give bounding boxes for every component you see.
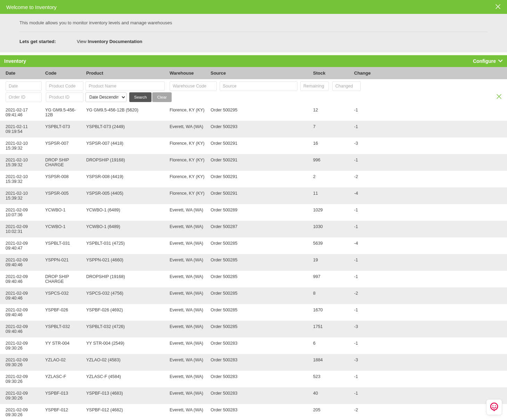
table-row[interactable]: 2021-02-17 09:41:46YG GM9.5-456-12BYG GM… [0, 104, 507, 121]
cell-date: 2021-02-09 09:40:46 [0, 254, 42, 271]
cell-date: 2021-02-09 09:40:47 [0, 237, 42, 254]
cell-warehouse: Everett, WA (WA) [167, 204, 208, 221]
cell-stock: 40 [310, 387, 351, 404]
cell-stock: 11 [310, 187, 351, 204]
cell-change: -1 [351, 254, 507, 271]
col-header-code[interactable]: Code [42, 67, 83, 79]
cell-warehouse: Everett, WA (WA) [167, 121, 208, 137]
table-row[interactable]: 2021-02-09 09:40:46YSPPN-021YSPPN-021 (4… [0, 254, 507, 271]
chat-widget-button[interactable] [486, 399, 502, 415]
cell-date: 2021-02-10 15:39:32 [0, 137, 42, 154]
cell-date: 2021-02-09 09:30:26 [0, 404, 42, 420]
col-header-source[interactable]: Source [208, 67, 310, 79]
table-row[interactable]: 2021-02-09 09:40:46YSPCS-032YSPCS-032 (4… [0, 287, 507, 304]
inventory-documentation-link[interactable]: Inventory Documentation [88, 39, 142, 44]
cell-date: 2021-02-17 09:41:46 [0, 104, 42, 121]
cell-date: 2021-02-09 09:40:46 [0, 271, 42, 287]
cell-warehouse: Everett, WA (WA) [167, 287, 208, 304]
cell-stock: 1030 [310, 221, 351, 237]
filter-product[interactable] [85, 81, 165, 91]
table-row[interactable]: 2021-02-09 09:30:26YZLASC-FYZLASC-F (458… [0, 371, 507, 387]
table-header-row: Date Code Product Warehouse Source Stock… [0, 67, 507, 79]
col-header-stock[interactable]: Stock [310, 67, 351, 79]
table-row[interactable]: 2021-02-09 09:30:26YY STR-004YY STR-004 … [0, 337, 507, 354]
cell-code: YZLASC-F [42, 371, 83, 387]
table-row[interactable]: 2021-02-09 10:07:36YCWBO-1YCWBO-1 (6489)… [0, 204, 507, 221]
cell-code: DROP SHIP CHARGE [42, 271, 83, 287]
table-row[interactable]: 2021-02-09 09:40:46DROP SHIP CHARGEDROPS… [0, 271, 507, 287]
cell-change: -1 [351, 104, 507, 121]
col-header-warehouse[interactable]: Warehouse [167, 67, 208, 79]
cell-date: 2021-02-09 10:07:36 [0, 204, 42, 221]
cell-change: -1 [351, 271, 507, 287]
configure-label: Configure [473, 58, 496, 64]
cell-date: 2021-02-09 09:30:26 [0, 387, 42, 404]
table-row[interactable]: 2021-02-09 10:02:31YCWBO-1YCWBO-1 (6489)… [0, 221, 507, 237]
table-row[interactable]: 2021-02-10 15:39:32DROP SHIP CHARGEDROPS… [0, 154, 507, 171]
table-row[interactable]: 2021-02-10 15:39:32YSPSR-008YSPSR-008 (4… [0, 171, 507, 187]
cell-change: -2 [351, 287, 507, 304]
col-header-date[interactable]: Date [0, 67, 42, 79]
table-row[interactable]: 2021-02-09 09:30:26YSPBF-012YSPBF-012 (4… [0, 404, 507, 420]
table-row[interactable]: 2021-02-09 09:40:46YSPBF-026YSPBF-026 (4… [0, 304, 507, 321]
col-header-product[interactable]: Product [83, 67, 167, 79]
cell-code: YSPSR-008 [42, 171, 83, 187]
cell-change: -1 [351, 304, 507, 321]
cell-product: DROPSHIP (19168) [83, 271, 167, 287]
filter-stock[interactable] [300, 81, 329, 91]
table-row[interactable]: 2021-02-10 15:39:32YSPSR-007YSPSR-007 (4… [0, 137, 507, 154]
cell-warehouse: Everett, WA (WA) [167, 221, 208, 237]
cell-stock: 8 [310, 287, 351, 304]
cell-stock: 12 [310, 104, 351, 121]
lets-get-started-label: Lets get started: [19, 39, 56, 44]
cell-source: Order 500283 [208, 387, 310, 404]
cell-warehouse: Everett, WA (WA) [167, 237, 208, 254]
cell-change: -1 [351, 337, 507, 354]
clear-button[interactable]: Clear [152, 92, 171, 102]
filter-code[interactable] [46, 81, 83, 91]
configure-button[interactable]: Configure [473, 58, 503, 64]
cell-warehouse: Everett, WA (WA) [167, 304, 208, 321]
filter-date[interactable] [6, 81, 42, 91]
table-row[interactable]: 2021-02-11 09:19:54YSPBLT-073YSPBLT-073 … [0, 121, 507, 137]
search-button[interactable]: Search [129, 92, 152, 102]
col-header-change[interactable]: Change [351, 67, 507, 79]
inventory-table: Date Code Product Warehouse Source Stock… [0, 67, 507, 420]
cell-stock: 1884 [310, 354, 351, 371]
table-row[interactable]: 2021-02-09 09:40:47YSPBLT-031YSPBLT-031 … [0, 237, 507, 254]
welcome-description: This module allows you to monitor invent… [19, 20, 488, 32]
table-row[interactable]: 2021-02-09 09:30:26YZLAO-02YZLAO-02 (458… [0, 354, 507, 371]
table-row[interactable]: 2021-02-09 09:40:46YSPBLT-032YSPBLT-032 … [0, 321, 507, 337]
cell-warehouse: Everett, WA (WA) [167, 354, 208, 371]
cell-stock: 2 [310, 171, 351, 187]
cell-change: -2 [351, 171, 507, 187]
filter-order-id[interactable] [6, 92, 42, 102]
cell-source: Order 500285 [208, 271, 310, 287]
close-icon[interactable] [495, 3, 501, 10]
filter-warehouse[interactable] [170, 81, 217, 91]
filter-product-id[interactable] [46, 92, 83, 102]
cell-change: -1 [351, 121, 507, 137]
cell-warehouse: Everett, WA (WA) [167, 387, 208, 404]
cell-change: -1 [351, 154, 507, 171]
filter-source[interactable] [220, 81, 297, 91]
close-filter-icon[interactable] [496, 93, 502, 101]
cell-change: -4 [351, 187, 507, 204]
table-row[interactable]: 2021-02-09 09:30:26YSPBF-013YSPBF-013 (4… [0, 387, 507, 404]
cell-product: YSPSR-005 (4405) [83, 187, 167, 204]
cell-source: Order 500287 [208, 221, 310, 237]
filter-change[interactable] [332, 81, 361, 91]
cell-change: -3 [351, 354, 507, 371]
cell-product: YSPBLT-031 (4725) [83, 237, 167, 254]
inventory-header: Inventory Configure [0, 55, 507, 67]
table-body: 2021-02-17 09:41:46YG GM9.5-456-12BYG GM… [0, 104, 507, 420]
sort-select[interactable]: Date Descending [85, 92, 126, 102]
cell-product: YSPBF-026 (4692) [83, 304, 167, 321]
cell-source: Order 500293 [208, 121, 310, 137]
cell-source: Order 500285 [208, 304, 310, 321]
table-row[interactable]: 2021-02-10 15:39:32YSPSR-005YSPSR-005 (4… [0, 187, 507, 204]
cell-product: YCWBO-1 (6489) [83, 204, 167, 221]
cell-code: YG GM9.5-456-12B [42, 104, 83, 121]
cell-stock: 1670 [310, 304, 351, 321]
cell-warehouse: Everett, WA (WA) [167, 321, 208, 337]
